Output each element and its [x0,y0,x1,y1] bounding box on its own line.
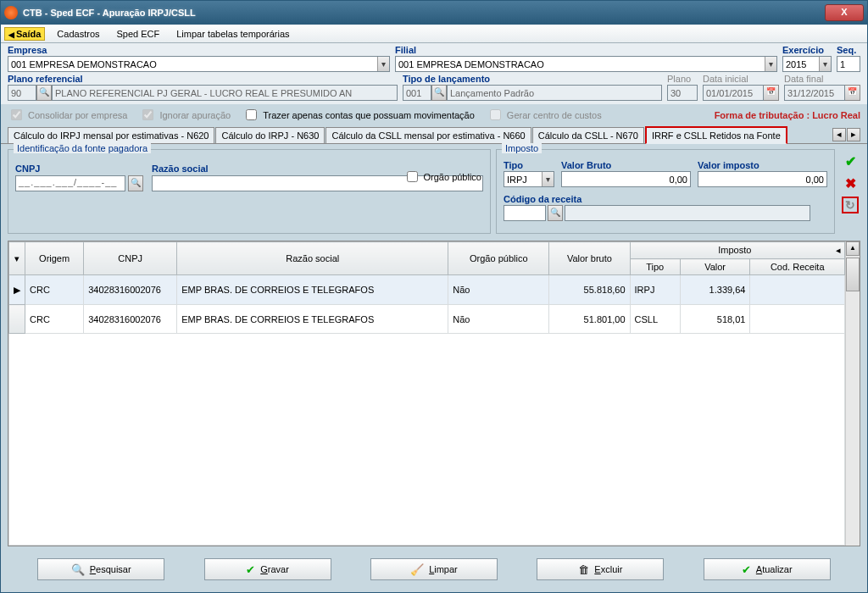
legend-imposto: Imposto [502,143,542,153]
input-plano [667,85,698,101]
tab-n660[interactable]: Cálculo da CSLL mensal por estimativa - … [326,127,531,143]
fieldset-imposto: Imposto Tipo IRPJ Valor Bruto Valor impo… [496,149,835,234]
input-valor-imposto[interactable] [698,171,827,187]
col-orgao[interactable]: Orgão público [448,242,549,275]
grid-scrollbar[interactable]: ▲ [845,241,860,546]
label-data-fim: Data final [784,74,860,84]
tabs-row: Cálculo do IRPJ mensal por estimativas -… [1,125,867,144]
input-plano-ref-code [8,85,36,101]
check-gerar-cc: Gerar centro de custos [487,107,602,123]
label-tipo-imposto: Tipo [504,160,554,170]
refresh-button[interactable]: ↻ [842,197,859,213]
data-grid[interactable]: ▾ Origem CNPJ Razão social Orgão público… [8,241,845,546]
menu-limpar-tabelas[interactable]: Limpar tabelas temporárias [168,27,298,41]
tab-n670[interactable]: Cálculo da CSLL - N670 [532,127,644,143]
check-trazer[interactable]: Trazer apenas contas que possuam movimen… [242,107,475,123]
lookup-plano-ref[interactable]: 🔍 [36,85,52,101]
menu-sped-ecf[interactable]: Sped ECF [108,27,169,41]
label-valor-imposto: Valor imposto [698,160,827,170]
input-tipo-lanc-code [403,85,431,101]
atualizar-button[interactable]: ✔Atualizar [704,558,831,580]
table-row[interactable]: CRC 34028316002076 EMP BRAS. DE CORREIOS… [9,305,845,334]
label-plano-ref: Plano referencial [8,74,398,84]
select-exercicio[interactable]: 2015 [782,56,832,72]
menu-cadastros[interactable]: Cadastros [48,27,108,41]
check-icon: ✔ [742,563,751,576]
titlebar: CTB - Sped ECF - Apuração IRPJ/CSLL X [1,1,867,25]
calendar-data-ini-icon: 📅 [764,85,779,101]
grid-wrap: ▾ Origem CNPJ Razão social Orgão público… [8,241,860,546]
panel-area: Identificação da fonte pagadora CNPJ __.… [1,144,867,237]
app-window: CTB - Sped ECF - Apuração IRPJ/CSLL X Sa… [0,0,868,593]
calendar-data-fim-icon: 📅 [845,85,860,101]
col-imposto-group[interactable]: Imposto ◂ [630,242,844,259]
excluir-button[interactable]: 🗑Excluir [537,558,664,580]
app-icon [4,6,18,19]
label-tipo-lanc: Tipo de lançamento [403,74,662,84]
input-codigo-receita-desc [565,205,810,221]
select-filial[interactable]: 001 EMPRESA DEMONSTRACAO [395,56,777,72]
label-codigo-receita: Código da receita [504,194,810,204]
tab-n620[interactable]: Cálculo do IRPJ mensal por estimativas -… [8,127,214,143]
col-tipo[interactable]: Tipo [630,259,680,275]
gravar-button[interactable]: ✔Gravar [204,558,331,580]
lookup-codigo-receita[interactable]: 🔍 [548,205,563,221]
tabs-scroll-right[interactable]: ▸ [847,128,860,141]
label-seq: Seq. [837,45,860,55]
col-cod-receita[interactable]: Cod. Receita [750,259,845,275]
input-tipo-lanc-desc [447,85,662,101]
label-cnpj: CNPJ [15,163,143,174]
label-exercicio: Exercício [782,45,832,55]
tab-n630[interactable]: Cálculo do IRPJ - N630 [215,127,325,143]
scroll-up-icon[interactable]: ▲ [846,241,860,256]
form-area: Empresa 001 EMPRESA DEMONSTRACAO Filial … [1,43,867,104]
input-seq[interactable] [837,56,860,72]
row-pointer-icon: ▶ [9,275,25,305]
input-valor-bruto[interactable] [561,171,691,187]
label-data-ini: Data inicial [703,74,779,84]
window-title: CTB - Sped ECF - Apuração IRPJ/CSLL [23,8,825,18]
label-empresa: Empresa [8,45,390,55]
col-indicator[interactable]: ▾ [9,242,25,275]
col-origem[interactable]: Origem [25,242,84,275]
col-valor-bruto[interactable]: Valor bruto [549,242,630,275]
scroll-thumb[interactable] [846,258,860,291]
label-valor-bruto: Valor Bruto [561,160,691,170]
confirm-button[interactable]: ✔ [842,152,859,169]
cancel-button[interactable]: ✖ [842,175,859,191]
limpar-button[interactable]: 🧹Limpar [370,558,498,580]
check-consolidar: Consolidar por empresa [8,107,127,123]
select-tipo-imposto[interactable]: IRPJ [504,171,554,187]
select-empresa[interactable]: 001 EMPRESA DEMONSTRACAO [8,56,390,72]
menubar: Saída Cadastros Sped ECF Limpar tabelas … [1,25,867,43]
pesquisar-button[interactable]: 🔍Pesquisar [37,558,164,580]
input-cnpj[interactable]: __.___.___/____-__ [15,175,125,191]
check-icon: ✔ [246,563,255,576]
button-bar: 🔍Pesquisar ✔Gravar 🧹Limpar 🗑Excluir ✔Atu… [1,550,867,592]
fieldset-identificacao: Identificação da fonte pagadora CNPJ __.… [8,149,491,234]
checks-row: Consolidar por empresa Ignorar apuração … [1,104,867,125]
label-filial: Filial [395,45,777,55]
search-icon: 🔍 [71,563,85,576]
check-ignorar: Ignorar apuração [139,107,231,123]
vertical-action-buttons: ✔ ✖ ↻ [840,149,860,234]
col-cnpj[interactable]: CNPJ [84,242,177,275]
input-codigo-receita[interactable] [504,205,546,221]
input-data-fim [784,85,845,101]
col-valor[interactable]: Valor [680,259,750,275]
legend-identificacao: Identificação da fonte pagadora [14,143,151,153]
check-orgao-publico[interactable]: Orgão público [403,169,482,185]
tax-form-label: Forma de tributação : Lucro Real [715,110,860,120]
menu-saida[interactable]: Saída [4,27,45,41]
table-row[interactable]: ▶ CRC 34028316002076 EMP BRAS. DE CORREI… [9,275,845,305]
broom-icon: 🧹 [410,563,424,576]
tab-irrf-csll-retidos[interactable]: IRRF e CSLL Retidos na Fonte [645,126,787,144]
lookup-cnpj[interactable]: 🔍 [128,175,143,191]
trash-icon: 🗑 [578,563,589,576]
input-plano-ref-desc [52,85,398,101]
col-razao[interactable]: Razão social [177,242,448,275]
lookup-tipo-lanc[interactable]: 🔍 [431,85,447,101]
label-plano: Plano [667,74,698,84]
close-button[interactable]: X [825,4,864,21]
tabs-scroll-left[interactable]: ◂ [832,128,846,141]
